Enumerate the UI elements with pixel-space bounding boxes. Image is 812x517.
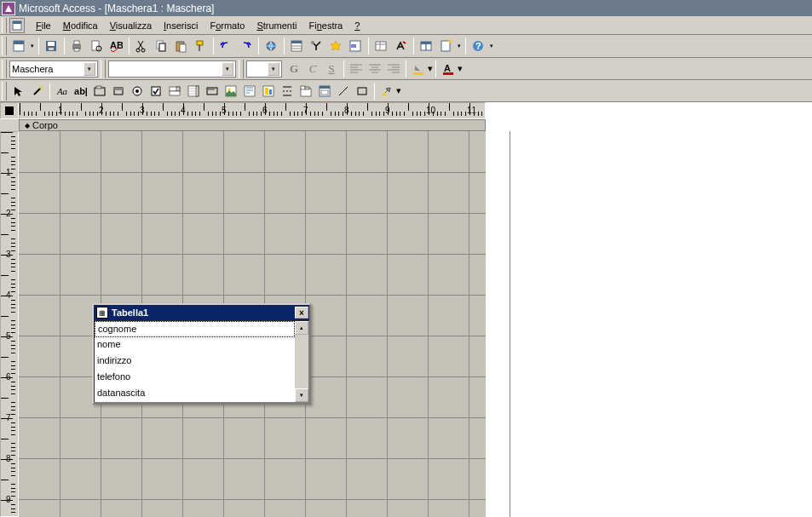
wizard-tool[interactable] <box>28 82 47 101</box>
field-item[interactable]: nome <box>95 337 295 353</box>
code-button[interactable] <box>346 37 365 55</box>
autoformat-button[interactable] <box>326 37 345 55</box>
svg-rect-58 <box>305 87 309 89</box>
fill-color-dropdown[interactable]: ▾ <box>428 63 433 74</box>
textbox-tool[interactable]: ab| <box>72 82 90 101</box>
checkbox-tool[interactable] <box>147 82 165 101</box>
vertical-ruler[interactable]: 12345678910 <box>0 131 19 517</box>
properties-button[interactable] <box>371 37 390 55</box>
view-button[interactable] <box>9 37 28 55</box>
togglebutton-tool[interactable] <box>109 82 128 101</box>
field-item[interactable]: indirizzo <box>95 353 295 370</box>
underline-button[interactable]: S <box>322 60 341 78</box>
rectangle-tool[interactable] <box>353 82 371 101</box>
field-item[interactable]: cognome <box>95 321 295 337</box>
italic-button[interactable]: C <box>303 60 322 78</box>
chevron-down-icon[interactable]: ▾ <box>222 62 233 76</box>
help-button[interactable]: ? <box>469 37 487 55</box>
menu-file[interactable]: File <box>30 19 57 32</box>
field-item[interactable]: datanascita <box>95 386 295 402</box>
svg-rect-61 <box>321 90 328 95</box>
paste-button[interactable] <box>171 37 190 55</box>
print-preview-button[interactable] <box>87 37 106 55</box>
field-list-title: Tabella1 <box>112 307 295 318</box>
unbound-object-tool[interactable] <box>240 82 259 101</box>
insert-hyperlink-button[interactable] <box>262 37 280 55</box>
build-button[interactable] <box>391 37 410 55</box>
listbox-tool[interactable] <box>184 82 203 101</box>
svg-point-31 <box>473 41 483 51</box>
menu-view[interactable]: Visualizza <box>104 19 158 32</box>
form-selector[interactable] <box>0 102 19 119</box>
bound-object-tool[interactable] <box>259 82 278 101</box>
cut-button[interactable] <box>132 37 151 55</box>
grip-icon <box>2 18 7 33</box>
bold-button[interactable]: G <box>285 60 303 78</box>
scrollbar[interactable]: ▴ ▾ <box>295 321 308 402</box>
design-grid[interactable]: ▦ Tabella1 × cognomenomeindirizzotelefon… <box>19 131 486 517</box>
section-header-corpo[interactable]: Corpo <box>19 119 486 131</box>
more-controls-tool[interactable] <box>377 82 396 101</box>
optionbutton-tool[interactable] <box>128 82 147 101</box>
button-tool[interactable] <box>203 82 222 101</box>
scroll-down-button[interactable]: ▾ <box>295 388 308 402</box>
font-combo[interactable]: ▾ <box>108 60 236 78</box>
image-tool[interactable] <box>222 82 240 101</box>
align-center-button[interactable] <box>366 60 384 78</box>
database-window-button[interactable] <box>417 37 435 55</box>
tab-control-tool[interactable] <box>297 82 315 101</box>
select-tool[interactable] <box>9 82 28 101</box>
pagebreak-tool[interactable] <box>278 82 297 101</box>
save-button[interactable] <box>42 37 60 55</box>
align-right-button[interactable] <box>384 60 403 78</box>
combobox-tool[interactable] <box>165 82 184 101</box>
field-item[interactable]: telefono <box>95 370 295 386</box>
menu-edit[interactable]: Modifica <box>57 19 104 32</box>
spelling-button[interactable]: ABC <box>107 37 125 55</box>
font-color-dropdown[interactable]: ▾ <box>458 63 463 74</box>
field-list-titlebar[interactable]: ▦ Tabella1 × <box>94 305 309 320</box>
svg-rect-37 <box>96 86 101 89</box>
toolbox-button[interactable] <box>307 37 325 55</box>
menu-tools[interactable]: Strumenti <box>251 19 302 32</box>
form-icon[interactable] <box>9 18 25 33</box>
scroll-up-button[interactable]: ▴ <box>295 321 308 335</box>
menu-window[interactable]: Finestra <box>302 19 348 32</box>
horizontal-ruler[interactable]: 1234567891011 <box>19 102 486 119</box>
optiongroup-tool[interactable] <box>90 82 109 101</box>
chevron-down-icon[interactable]: ▾ <box>84 62 95 76</box>
field-list-button[interactable] <box>287 37 306 55</box>
menu-insert[interactable]: Inserisci <box>158 19 204 32</box>
line-tool[interactable] <box>334 82 353 101</box>
copy-button[interactable] <box>152 37 170 55</box>
label-tool[interactable]: Aa <box>53 82 72 101</box>
fill-color-button[interactable] <box>409 60 428 78</box>
object-combo[interactable]: Maschera ▾ <box>9 60 98 78</box>
fontsize-combo[interactable]: ▾ <box>246 60 282 78</box>
svg-rect-44 <box>176 87 180 91</box>
scroll-track[interactable] <box>295 335 308 388</box>
font-color-button[interactable]: A <box>439 60 458 78</box>
title-bar: Microsoft Access - [Maschera1 : Maschera… <box>0 0 812 16</box>
new-object-dropdown[interactable]: ▾ <box>456 43 463 49</box>
grip-icon <box>2 82 7 101</box>
menu-format[interactable]: Formato <box>204 19 251 32</box>
chevron-down-icon[interactable]: ▾ <box>268 62 279 76</box>
print-button[interactable] <box>67 37 86 55</box>
subform-tool[interactable] <box>315 82 334 101</box>
redo-button[interactable] <box>236 37 255 55</box>
more-controls-dropdown[interactable]: ▾ <box>396 85 401 96</box>
align-left-button[interactable] <box>347 60 366 78</box>
menu-help[interactable]: ? <box>348 19 366 32</box>
grip-icon <box>101 60 106 78</box>
new-object-button[interactable] <box>436 37 455 55</box>
grip-icon <box>2 60 7 78</box>
svg-rect-42 <box>152 87 160 95</box>
toolbar-options-dropdown[interactable]: ▾ <box>488 43 495 49</box>
svg-rect-35 <box>443 72 453 75</box>
format-painter-button[interactable] <box>191 37 210 55</box>
close-button[interactable]: × <box>295 307 308 319</box>
field-list-window[interactable]: ▦ Tabella1 × cognomenomeindirizzotelefon… <box>92 303 311 405</box>
undo-button[interactable] <box>216 37 235 55</box>
view-dropdown[interactable]: ▾ <box>29 43 36 49</box>
